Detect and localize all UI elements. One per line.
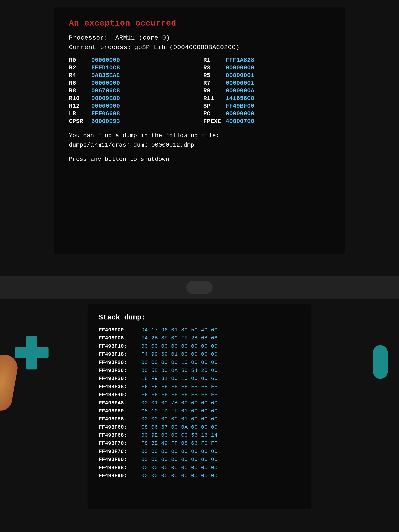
register-pair: R10 00009E00 (69, 95, 196, 102)
register-pair: R11 141656C0 (203, 95, 330, 102)
stack-row: FF49BF78: 00 00 00 00 00 00 00 00 (99, 448, 300, 456)
process-label: Current process: (69, 44, 131, 51)
register-pair: CPSR 60000093 (69, 118, 196, 125)
stack-row: FF49BF68: 00 9E 00 00 C0 56 16 14 (99, 431, 300, 439)
reg-value: 0000000A (226, 87, 254, 94)
stack-row: FF49BF38: FF FF FF FF FF FF FF FF (99, 383, 300, 391)
reg-value: 00000000 (226, 110, 254, 117)
reg-name: R6 (69, 80, 91, 87)
reg-name: R8 (69, 87, 91, 94)
reg-value: FFFD10C8 (91, 64, 120, 71)
reg-name: LR (69, 110, 91, 117)
register-pair: R5 00000001 (203, 72, 330, 79)
process-value: gpSP Lib (000400000BAC0200) (134, 44, 240, 51)
hinge-center (186, 281, 213, 294)
stack-bytes: 00 00 00 00 00 00 00 00 (141, 464, 218, 472)
stack-address: FF49BF18: (99, 350, 140, 358)
reg-name: PC (203, 110, 226, 117)
stack-row: FF49BF48: 00 01 00 7B 00 00 00 00 (99, 399, 300, 407)
stack-row: FF49BF50: C8 10 FD FF 01 00 00 00 (99, 407, 300, 415)
hinge (0, 276, 399, 298)
stack-row: FF49BF60: C8 06 67 00 0A 00 00 00 (99, 423, 300, 431)
top-device: An exception occurred Processor:ARM11 (c… (0, 0, 399, 276)
stack-bytes: 00 01 00 7B 00 00 00 00 (141, 399, 218, 407)
reg-value: 00000000 (91, 80, 120, 87)
register-pair: FPEXC 40000700 (203, 118, 330, 125)
reg-name: R1 (203, 57, 226, 64)
reg-name: R5 (203, 72, 226, 79)
register-pair: R6 00000000 (69, 80, 196, 87)
error-title: An exception occurred (69, 19, 330, 28)
stack-address: FF49BF20: (99, 358, 140, 367)
register-pair: R3 00000000 (203, 64, 330, 71)
reg-name: R7 (203, 80, 226, 87)
stack-row: FF49BF18: F4 99 69 01 00 00 00 00 (99, 350, 300, 358)
reg-name: R11 (203, 95, 226, 102)
stack-address: FF49BF78: (99, 448, 140, 456)
register-pair: R7 00000001 (203, 80, 330, 87)
reg-value: 00000001 (226, 80, 254, 87)
stack-row: FF49BF80: 00 00 00 00 00 00 00 00 (99, 456, 300, 463)
stack-row: FF49BF08: E4 2B 3E 00 FE 2B 0B 08 (99, 334, 300, 342)
stack-bytes: 00 00 00 00 10 00 00 00 (141, 358, 218, 367)
stack-address: FF49BF88: (99, 464, 140, 472)
reg-name: R9 (203, 87, 226, 94)
register-pair: R2 FFFD10C8 (69, 64, 196, 71)
register-pair: R4 0AB35EAC (69, 72, 196, 79)
stack-row: FF49BF00: D4 17 96 01 80 50 49 00 (99, 326, 300, 334)
stack-row: FF49BF58: 00 00 00 00 01 00 00 00 (99, 415, 300, 423)
press-text: Press any button to shutdown (69, 156, 330, 163)
stack-rows-container: FF49BF00: D4 17 96 01 80 50 49 00 FF49BF… (99, 326, 300, 480)
dpad (15, 336, 49, 369)
stack-address: FF49BF68: (99, 431, 140, 439)
stack-bytes: BC 5E B3 0A 5C 54 25 00 (141, 367, 218, 374)
processor-value: ARM11 (core 0) (115, 34, 170, 41)
register-pair: R12 00000000 (69, 103, 196, 109)
stack-row: FF49BF90: 00 00 00 00 00 00 00 00 (99, 472, 300, 480)
stack-bytes: 00 00 00 00 00 00 00 00 (141, 342, 218, 350)
reg-value: 006706C8 (91, 87, 120, 94)
reg-value: 00000000 (91, 103, 120, 109)
reg-value: FFF06608 (91, 110, 120, 117)
register-pair: R1 FFF1A828 (203, 57, 330, 64)
dump-line1: You can find a dump in the following fil… (69, 131, 330, 140)
reg-value: 00000001 (226, 72, 254, 79)
stack-bytes: 00 9E 00 00 C0 56 16 14 (141, 431, 218, 439)
register-pair: R9 0000000A (203, 87, 330, 94)
stack-row: FF49BF88: 00 00 00 00 00 00 00 00 (99, 464, 300, 472)
stack-address: FF49BF10: (99, 342, 140, 350)
stack-row: FF49BF28: BC 5E B3 0A 5C 54 25 00 (99, 367, 300, 374)
stack-address: FF49BF58: (99, 415, 140, 423)
stack-address: FF49BF40: (99, 391, 140, 399)
reg-value: 00000000 (91, 57, 120, 64)
stack-address: FF49BF28: (99, 367, 140, 374)
reg-name: R3 (203, 64, 226, 71)
processor-line: Processor:ARM11 (core 0) (69, 33, 330, 43)
stack-bytes: FF FF FF FF FF FF FF FF (141, 383, 218, 391)
reg-name: R12 (69, 103, 91, 109)
reg-name: R0 (69, 57, 91, 64)
reg-value: 60000093 (91, 118, 120, 125)
reg-name: R2 (69, 64, 91, 71)
stack-row: FF49BF70: F8 BE 49 FF 08 66 F0 FF (99, 439, 300, 447)
stack-bytes: FF FF FF FF FF FF FF FF (141, 391, 218, 399)
reg-name: SP (203, 103, 226, 109)
stack-bytes: C8 06 67 00 0A 00 00 00 (141, 423, 218, 431)
dump-line2: dumps/arm11/crash_dump_00000012.dmp (69, 140, 330, 150)
right-bumper (373, 345, 388, 379)
bottom-screen: Stack dump: FF49BF00: D4 17 96 01 80 50 … (88, 304, 311, 509)
stack-row: FF49BF40: FF FF FF FF FF FF FF FF (99, 391, 300, 399)
register-pair: LR FFF06608 (69, 110, 196, 117)
stack-bytes: 00 00 00 00 00 00 00 00 (141, 472, 218, 480)
stack-bytes: F4 99 69 01 00 00 00 00 (141, 350, 218, 358)
stack-address: FF49BF30: (99, 374, 140, 383)
stack-address: FF49BF50: (99, 407, 140, 415)
stack-address: FF49BF90: (99, 472, 140, 480)
registers-section: R0 00000000 R1 FFF1A828 R2 FFFD10C8 R3 0… (69, 57, 330, 125)
register-pair: SP FF49BF00 (203, 103, 330, 109)
reg-value: 40000700 (226, 118, 254, 125)
process-line: Current process:gpSP Lib (000400000BAC02… (69, 43, 330, 52)
top-screen: An exception occurred Processor:ARM11 (c… (54, 7, 345, 254)
stack-title: Stack dump: (99, 313, 300, 322)
processor-label: Processor: (69, 34, 108, 41)
